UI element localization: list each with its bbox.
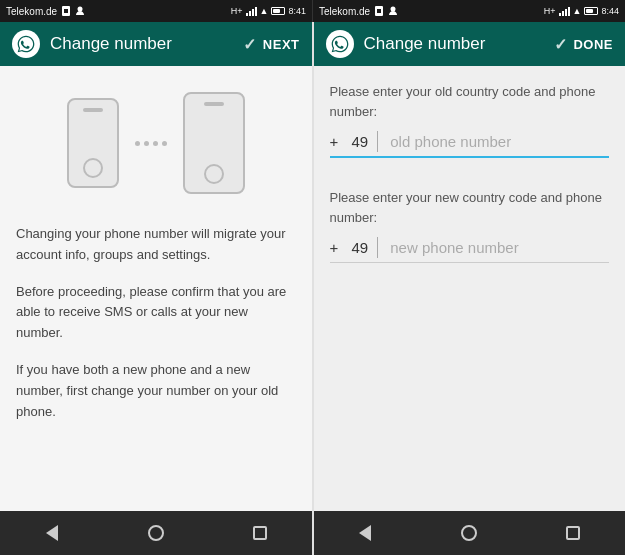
done-label: DONE xyxy=(573,37,613,52)
home-icon-left xyxy=(148,525,164,541)
home-button-left[interactable] xyxy=(138,515,174,551)
dot-2 xyxy=(144,141,149,146)
signal-right xyxy=(559,6,570,16)
phone-illustration xyxy=(16,82,296,204)
sim-icon-right xyxy=(374,6,384,16)
old-country-code-input[interactable] xyxy=(342,131,378,152)
battery-left xyxy=(271,7,285,15)
info-text-3: If you have both a new phone and a new n… xyxy=(16,360,296,422)
network-type-left: H+ xyxy=(231,6,243,16)
network-type-right: H+ xyxy=(544,6,556,16)
svg-rect-1 xyxy=(64,9,68,13)
nav-title-right: Change number xyxy=(364,34,486,54)
old-phone-number-input[interactable] xyxy=(386,131,609,152)
done-button[interactable]: ✓ DONE xyxy=(554,35,613,54)
dot-3 xyxy=(153,141,158,146)
whatsapp-logo-left xyxy=(12,30,40,58)
recents-button-right[interactable] xyxy=(555,515,591,551)
bottom-nav-left xyxy=(0,511,312,555)
new-number-row[interactable]: + xyxy=(330,237,610,263)
carrier-left: Telekom.de xyxy=(6,6,57,17)
back-icon-left xyxy=(46,525,58,541)
status-bars: Telekom.de H+ ▲ 8:41 Telekom.de H xyxy=(0,0,625,22)
svg-point-2 xyxy=(78,7,83,12)
person-icon-right xyxy=(388,6,398,16)
dots-connector xyxy=(135,141,167,146)
old-number-label: Please enter your old country code and p… xyxy=(330,82,610,121)
time-left: 8:41 xyxy=(288,6,306,16)
phone-icon-right xyxy=(183,92,245,194)
recents-icon-left xyxy=(253,526,267,540)
recents-button-left[interactable] xyxy=(242,515,278,551)
time-right: 8:44 xyxy=(601,6,619,16)
dot-1 xyxy=(135,141,140,146)
nav-bar-right: Change number ✓ DONE xyxy=(312,22,626,66)
recents-icon-right xyxy=(566,526,580,540)
back-button-left[interactable] xyxy=(34,515,70,551)
nav-bar-left: Change number ✓ NEXT xyxy=(0,22,312,66)
checkmark-icon-right: ✓ xyxy=(554,35,568,54)
signal-left xyxy=(246,6,257,16)
new-phone-number-input[interactable] xyxy=(386,237,609,258)
whatsapp-logo-right xyxy=(326,30,354,58)
back-button-right[interactable] xyxy=(347,515,383,551)
old-plus-sign: + xyxy=(330,133,339,152)
nav-title-left: Change number xyxy=(50,34,172,54)
phone-icon-left xyxy=(67,98,119,188)
checkmark-icon-left: ✓ xyxy=(243,35,257,54)
bottom-nav-right xyxy=(312,511,626,555)
bottom-navs xyxy=(0,511,625,555)
carrier-right: Telekom.de xyxy=(319,6,370,17)
nav-bars: Change number ✓ NEXT Change number ✓ DON… xyxy=(0,22,625,66)
next-button[interactable]: ✓ NEXT xyxy=(243,35,299,54)
new-plus-sign: + xyxy=(330,239,339,258)
svg-rect-4 xyxy=(377,9,381,13)
battery-right xyxy=(584,7,598,15)
info-text-2: Before proceeding, please confirm that y… xyxy=(16,282,296,344)
info-text-1: Changing your phone number will migrate … xyxy=(16,224,296,266)
new-country-code-input[interactable] xyxy=(342,237,378,258)
status-bar-right: Telekom.de H+ ▲ 8:44 xyxy=(312,0,625,22)
new-number-label: Please enter your new country code and p… xyxy=(330,188,610,227)
home-icon-right xyxy=(461,525,477,541)
old-number-row[interactable]: + xyxy=(330,131,610,158)
sim-icon-left xyxy=(61,6,71,16)
main-content: Changing your phone number will migrate … xyxy=(0,66,625,511)
status-bar-left: Telekom.de H+ ▲ 8:41 xyxy=(0,0,312,22)
next-label: NEXT xyxy=(263,37,300,52)
right-panel: Please enter your old country code and p… xyxy=(312,66,626,511)
left-panel: Changing your phone number will migrate … xyxy=(0,66,312,511)
person-icon-left xyxy=(75,6,85,16)
home-button-right[interactable] xyxy=(451,515,487,551)
dot-4 xyxy=(162,141,167,146)
back-icon-right xyxy=(359,525,371,541)
svg-point-5 xyxy=(391,7,396,12)
